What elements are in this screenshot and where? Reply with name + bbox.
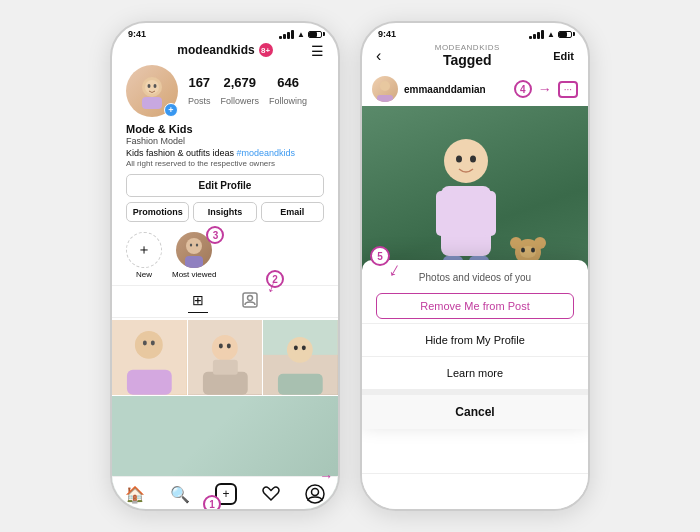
svg-point-41 — [510, 237, 522, 249]
svg-point-45 — [531, 248, 535, 253]
add-photo-button[interactable]: + — [164, 103, 178, 117]
grid-img-1 — [112, 320, 187, 395]
story-user-avatar — [372, 76, 398, 102]
svg-point-17 — [212, 335, 238, 361]
account-label: MODEANDKIDS — [435, 43, 500, 52]
highlight-new[interactable]: ＋ New — [126, 232, 162, 279]
stat-following[interactable]: 646 Following — [269, 75, 307, 108]
svg-rect-31 — [377, 95, 393, 102]
ig-username: modeandkids 8+ — [177, 43, 272, 57]
status-icons-left: ▲ — [279, 30, 322, 39]
battery-icon-right — [558, 31, 572, 38]
svg-rect-27 — [278, 374, 323, 395]
profile-section: + 167 Posts 2,679 Followers 646 Followin… — [112, 61, 338, 222]
right-phone: 9:41 ▲ ‹ MODEANDKIDS Tagged Edit — [360, 21, 590, 511]
edit-link[interactable]: Edit — [553, 50, 574, 62]
svg-point-2 — [148, 84, 151, 88]
notif-badge: 8+ — [259, 43, 273, 57]
right-title-block: MODEANDKIDS Tagged — [435, 43, 500, 68]
email-button[interactable]: Email — [261, 202, 324, 222]
story-row: emmaanddamian 4 → ··· — [362, 72, 588, 106]
svg-point-12 — [135, 331, 163, 359]
wifi-icon: ▲ — [297, 30, 305, 39]
grid-img-2 — [188, 320, 263, 395]
svg-point-18 — [219, 343, 223, 348]
cancel-button[interactable]: Cancel — [362, 389, 588, 429]
back-button[interactable]: ‹ — [376, 47, 381, 65]
story-username: emmaanddamian — [404, 84, 508, 95]
grid-cell-1[interactable] — [112, 320, 187, 395]
signal-icon — [279, 30, 294, 39]
battery-icon — [308, 31, 322, 38]
avatar-image — [134, 73, 170, 109]
add-nav-icon[interactable]: + 1 — [215, 483, 237, 505]
page-title: Tagged — [435, 52, 500, 68]
hide-from-profile-button[interactable]: Hide from My Profile — [362, 323, 588, 356]
insights-button[interactable]: Insights — [193, 202, 256, 222]
highlight-most-viewed[interactable]: Most viewed 3 — [172, 232, 216, 279]
svg-rect-4 — [142, 97, 162, 109]
wifi-icon-right: ▲ — [547, 30, 555, 39]
svg-point-44 — [521, 248, 525, 253]
annotation-4: 4 — [514, 80, 532, 98]
svg-point-24 — [287, 337, 313, 363]
grid-tab[interactable]: ⊞ — [188, 290, 208, 313]
svg-point-34 — [470, 156, 476, 163]
status-bar-left: 9:41 ▲ — [112, 23, 338, 41]
search-nav-icon[interactable]: 🔍 — [170, 485, 190, 504]
profile-nav-icon[interactable]: → — [305, 484, 325, 504]
svg-point-6 — [190, 244, 192, 247]
remove-from-post-button[interactable]: Remove Me from Post — [376, 293, 574, 319]
three-dots-button[interactable]: ··· — [558, 81, 578, 98]
svg-point-33 — [456, 156, 462, 163]
user-circle-icon — [305, 484, 325, 504]
promotions-button[interactable]: Promotions — [126, 202, 189, 222]
edit-profile-button[interactable]: Edit Profile — [126, 174, 324, 197]
annotation-1: 1 — [203, 495, 221, 511]
avatar-wrap: + — [126, 65, 178, 117]
annotation-5: 5 — [370, 246, 390, 266]
svg-point-32 — [444, 139, 488, 183]
svg-point-1 — [145, 80, 159, 94]
svg-point-10 — [248, 296, 253, 301]
reels-nav-icon[interactable] — [262, 485, 280, 503]
action-buttons: Promotions Insights Email — [126, 202, 324, 222]
svg-rect-37 — [481, 191, 496, 236]
svg-rect-15 — [127, 370, 172, 395]
profile-row: + 167 Posts 2,679 Followers 646 Followin… — [126, 65, 324, 117]
stat-posts: 167 Posts — [188, 75, 211, 108]
profile-bio: Kids fashion & outfits ideas #modeandkid… — [126, 148, 324, 158]
grid-img-3 — [263, 320, 338, 395]
svg-point-26 — [302, 345, 306, 350]
stats-row: 167 Posts 2,679 Followers 646 Following — [188, 75, 324, 108]
stat-followers[interactable]: 2,679 Followers — [221, 75, 260, 108]
svg-point-30 — [380, 81, 390, 91]
right-bottom-nav — [362, 473, 588, 509]
grid-cell-2[interactable] — [188, 320, 263, 395]
menu-icon[interactable]: ☰ — [311, 43, 324, 59]
story-actions: 4 → ··· — [514, 80, 578, 98]
svg-rect-21 — [213, 360, 238, 375]
svg-point-42 — [534, 237, 546, 249]
svg-point-13 — [143, 340, 147, 345]
left-phone: 9:41 ▲ modeandkids 8+ ☰ — [110, 21, 340, 511]
svg-point-14 — [151, 340, 155, 345]
learn-more-button[interactable]: Learn more — [362, 356, 588, 389]
svg-point-29 — [312, 489, 319, 496]
ig-header: modeandkids 8+ ☰ — [112, 41, 338, 61]
home-nav-icon[interactable]: 🏠 — [125, 485, 145, 504]
highlights-row: ＋ New Most viewed 3 — [112, 228, 338, 285]
bottom-nav: 🏠 🔍 + 1 → — [112, 476, 338, 509]
grid-cell-3[interactable] — [263, 320, 338, 395]
status-icons-right: ▲ — [529, 30, 572, 39]
svg-rect-8 — [185, 256, 203, 268]
annotation-3: 3 — [206, 226, 224, 244]
person-tag-icon — [242, 292, 258, 308]
profile-bio-label: Fashion Model — [126, 136, 324, 146]
svg-point-5 — [186, 238, 202, 254]
svg-point-3 — [154, 84, 157, 88]
svg-rect-36 — [436, 191, 451, 236]
tagged-tab[interactable]: 2 ↓ — [238, 290, 262, 313]
svg-point-7 — [196, 244, 198, 247]
status-bar-right: 9:41 ▲ — [362, 23, 588, 41]
